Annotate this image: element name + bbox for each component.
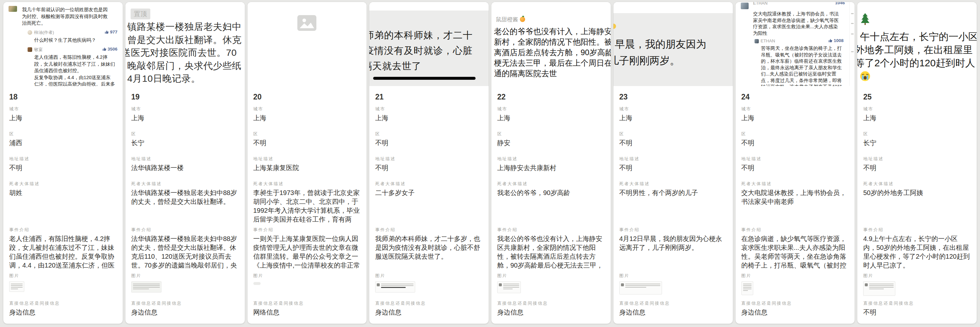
- property-direct: 直接信息还是间接信息身边信息: [741, 300, 849, 324]
- gallery-card-21[interactable]: 师弟的本科师妹，才二十 疫情没有及时就诊，心脏 隔天就去世了 21 城市上海 区…: [369, 2, 489, 324]
- attachment-thumbnail: [741, 281, 753, 295]
- cover-text: 镇路某楼一楼独居老夫妇中 曾是交大出版社翻译。休克 送医无对接医院而去世。70 …: [127, 20, 242, 85]
- comment-text: 我几十年前就认识的一位胡姓朋友也是因 为封控、核酸检测等原因没有得到及时救 治而…: [22, 6, 108, 27]
- attachment-thumbnail: [619, 281, 662, 295]
- property-direct: 直接信息还是间接信息身边信息: [375, 300, 483, 324]
- card-cover-screenshot: 午十点左右，长宁的一小区 外地务工阿姨，在出租屋里 等了2个小时的120赶到时人: [857, 2, 977, 86]
- image-placeholder-icon: [298, 15, 317, 31]
- property-image: 图片: [375, 273, 483, 300]
- card-cover-screenshot: 师弟的本科师妹，才二十 疫情没有及时就诊，心脏 隔天就去世了: [369, 2, 489, 86]
- property-district: 区长宁: [863, 131, 971, 156]
- card-properties: 22 城市上海 区静安 地址描述上海静安去共康新村 死者大体描述我老公的爷爷，9…: [491, 86, 611, 324]
- property-event: 事件介绍老人住浦西，有陈旧性脑梗，4.2摔跤，女儿被封在浦东过不了江，妹妹们虽住…: [9, 227, 117, 273]
- like-count: 977: [105, 30, 118, 35]
- gallery-view: 我几十年前就认识的一位胡姓朋友也是因 为封控、核酸检测等原因没有得到及时救 治而…: [0, 0, 980, 326]
- property-direct: 直接信息还是间接信息不明: [863, 300, 971, 324]
- card-cover-screenshot: 鼠甜橙酱 老公的爷爷也没有计入，上海静安 新村，全家阴的情况下他阳性。被 离酒店…: [491, 2, 611, 86]
- property-deceased: 死者大体描述交大电院退休教授，上海书协会员，书法家吴中南老师: [741, 181, 849, 227]
- property-direct: 直接信息还是间接信息身边信息: [131, 300, 239, 324]
- property-city: 城市上海: [9, 106, 117, 131]
- card-title: 25: [863, 93, 971, 101]
- gallery-card-18[interactable]: 我几十年前就认识的一位胡姓朋友也是因 为封控、核酸检测等原因没有得到及时救 治而…: [3, 2, 123, 324]
- avatar: [621, 283, 624, 286]
- property-direct: 直接信息还是间接信息网络信息: [253, 300, 361, 324]
- gallery-card-22[interactable]: 鼠甜橙酱 老公的爷爷也没有计入，上海静安 新村，全家阴的情况下他阳性。被 离酒店…: [491, 2, 611, 324]
- property-image: 图片: [619, 273, 727, 300]
- property-address: 地址描述不明: [619, 156, 727, 181]
- card-title: 20: [253, 93, 361, 101]
- property-image: 图片: [497, 273, 605, 300]
- property-image: 图片: [741, 273, 849, 300]
- card-properties: 23 城市上海 区不明 地址描述不明 死者大体描述不明男性，有个两岁的儿子 事件…: [613, 86, 733, 324]
- property-deceased: 死者大体描述50岁的外地务工阿姨: [863, 181, 971, 227]
- gallery-card-19[interactable]: 置顶 镇路某楼一楼独居老夫妇中 曾是交大出版社翻译。休克 送医无对接医院而去世。…: [126, 2, 245, 324]
- attachment-thumbnail: [9, 281, 24, 292]
- card-cover-placeholder: [247, 2, 367, 86]
- property-event: 事件介绍4月12日早晨，我的朋友因为心梗永远离开了，儿子刚刚两岁。: [619, 227, 727, 273]
- property-event: 事件介绍在急诊病逝，缺少氧气等医疗资源，哀求医生求职未果...夫人亦感染为阳性。…: [741, 227, 849, 273]
- property-event: 事件介绍法华镇路某楼一楼独居老夫妇中88岁的丈夫，曾经是交大出版社翻译。休克后1…: [131, 227, 239, 273]
- emoji-icon: [613, 24, 616, 29]
- reply-header: ETHAN 1008: [754, 38, 844, 44]
- property-image: 图片: [9, 273, 117, 300]
- attachment-thumbnail: [375, 281, 415, 292]
- attachment-thumbnail: [131, 281, 161, 292]
- property-image: 图片: [863, 273, 971, 300]
- card-title: 19: [131, 93, 239, 101]
- comment-text: 交大电院退休教授，上海书协会员，书法 家吴中南老师在急诊病逝，缺少氧气等医 疗资…: [753, 11, 839, 37]
- card-cover-screenshot: 置顶 镇路某楼一楼独居老夫妇中 曾是交大出版社翻译。休克 送医无对接医院而去世。…: [126, 2, 245, 86]
- avatar: [499, 283, 502, 286]
- attachment-thumbnail: [863, 281, 895, 296]
- property-city: 城市上海: [497, 106, 605, 131]
- avatar: [27, 47, 32, 52]
- card-title: 21: [375, 93, 483, 101]
- property-address: 地址描述上海静安去共康新村: [497, 156, 605, 181]
- property-image: 图片: [253, 273, 361, 300]
- attachment-thumbnail: [497, 281, 521, 293]
- property-city: 城市上海: [375, 106, 483, 131]
- property-address: 地址描述不明: [741, 156, 849, 181]
- property-deceased: 死者大体描述我老公的爷爷，90岁高龄: [497, 181, 605, 227]
- property-city: 城市上海: [131, 106, 239, 131]
- property-deceased: 死者大体描述李昶生于1973年，曾就读于北京史家胡同小学、北京二中、北京四中，于…: [253, 181, 361, 227]
- comment-header-clipped: ETHAN 1046: [753, 2, 845, 6]
- avatar: [754, 39, 759, 43]
- property-deceased: 死者大体描述二十多岁女子: [375, 181, 483, 227]
- cover-text: 日早晨，我的朋友因为 儿子刚刚两岁。: [613, 36, 706, 69]
- property-address: 地址描述不明: [375, 156, 483, 181]
- property-district: 区不明: [375, 131, 483, 156]
- property-city: 城市上海: [741, 106, 849, 131]
- gallery-card-20[interactable]: 20 城市上海 区不明 地址描述上海某康复医院 死者大体描述李昶生于1973年，…: [247, 2, 367, 324]
- like-count: 1008: [828, 38, 843, 43]
- property-district: 区不明: [619, 131, 727, 156]
- gallery-card-23[interactable]: 日早晨，我的朋友因为 儿子刚刚两岁。 23 城市上海 区不明 地址描述不明 死者…: [613, 2, 733, 324]
- pine-tree-emoji-icon: [861, 13, 870, 25]
- card-properties: 21 城市上海 区不明 地址描述不明 死者大体描述二十多岁女子 事件介绍我师弟的…: [369, 86, 489, 324]
- card-properties: 25 城市上海 区长宁 地址描述不明 死者大体描述50岁的外地务工阿姨 事件介绍…: [857, 86, 977, 324]
- property-district: 区浦西: [9, 131, 117, 156]
- gallery-card-24[interactable]: ETHAN 1046 交大电院退休教授，上海书协会员，书法 家吴中南老师在急诊病…: [735, 2, 855, 324]
- card-cover-screenshot: ETHAN 1046 交大电院退休教授，上海书协会员，书法 家吴中南老师在急诊病…: [735, 2, 855, 86]
- property-address: 地址描述法华镇路某楼一楼: [131, 156, 239, 181]
- property-city: 城市上海: [619, 106, 727, 131]
- property-address: 地址描述不明: [863, 156, 971, 181]
- post-author: 鼠甜橙酱: [496, 16, 525, 23]
- orange-emoji-icon: [520, 17, 525, 22]
- gallery-card-25[interactable]: 午十点左右，长宁的一小区 外地务工阿姨，在出租屋里 等了2个小时的120赶到时人…: [857, 2, 977, 324]
- card-title: 22: [497, 93, 605, 101]
- attachment-thumbnail: [253, 282, 261, 285]
- property-event: 事件介绍一则关于上海某康复医院一位病人因疫情管理无人护理而去世的文章在微信群里流…: [253, 227, 361, 273]
- property-deceased: 死者大体描述不明男性，有个两岁的儿子: [619, 181, 727, 227]
- card-properties: 19 城市上海 区长宁 地址描述法华镇路某楼一楼 死者大体描述法华镇路某楼一楼独…: [126, 86, 245, 324]
- card-title: 24: [741, 93, 849, 101]
- cover-text: 师弟的本科师妹，才二十 疫情没有及时就诊，心脏 隔天就去世了: [369, 27, 473, 74]
- cover-text: 午十点左右，长宁的一小区 外地务工阿姨，在出租屋里 等了2个小时的120赶到时人: [860, 30, 977, 70]
- like-count: 1046: [835, 2, 845, 5]
- thumb-up-icon: [105, 30, 109, 34]
- property-deceased: 死者大体描述法华镇路某楼一楼独居老夫妇中88岁的丈夫，曾经是交大出版社翻译。: [131, 181, 239, 227]
- avatar: [741, 3, 749, 9]
- reply-text: 什么时候？生了其他疾病吗？: [34, 37, 96, 44]
- property-address: 地址描述不明: [9, 156, 117, 181]
- reply-text: 苦等两天，坐在急诊角落的椅子上，打 吊瓶、吸氧气（被封控的子女设法送去 的，杯水…: [761, 45, 842, 86]
- property-event: 事件介绍我老公的爷爷也没有计入，上海静安区共康新村，全家阴的情况下他阳性，被转去…: [497, 227, 605, 273]
